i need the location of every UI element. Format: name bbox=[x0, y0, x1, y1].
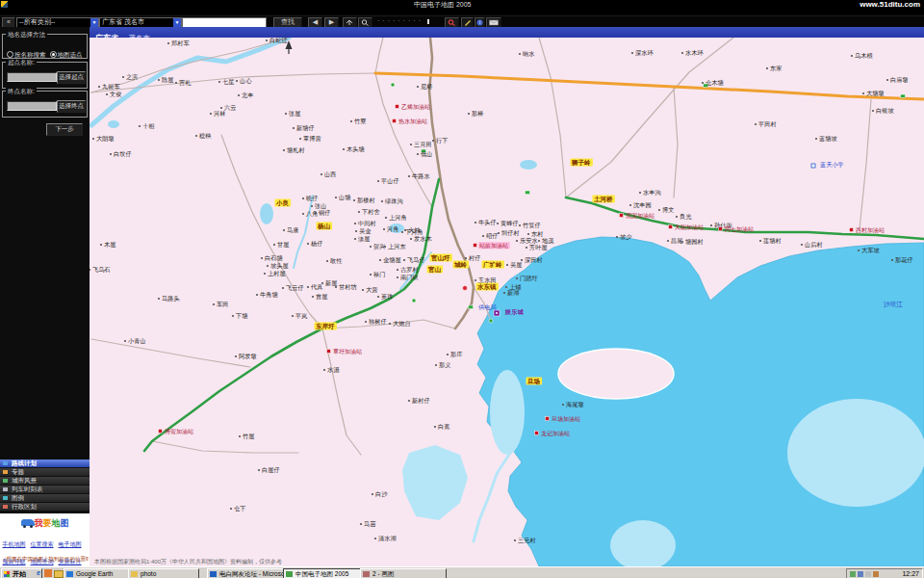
panel-item-列车时刻表[interactable]: 列车时刻表 bbox=[0, 486, 90, 494]
map-canvas[interactable]: 小良杨山官山圩官山城岭广圹岭狮子岭土河桥水东镇东岸圩旦场乙烯加油站热水加油站站前… bbox=[90, 38, 924, 566]
chevron-down-icon[interactable]: ▼ bbox=[173, 18, 181, 27]
svg-text:代真: 代真 bbox=[310, 283, 322, 290]
svg-text:深田村: 深田村 bbox=[525, 256, 543, 264]
route-sidebar: 地名选择方法 按名称搜索地图选点 起点名称: 选择起点 终点名称: 选择终点 下… bbox=[0, 27, 90, 566]
svg-text:黄蜂仔: 黄蜂仔 bbox=[500, 220, 519, 227]
map-label: 沈丰园 bbox=[629, 201, 652, 209]
ie-quicklaunch-icon[interactable]: e bbox=[35, 569, 42, 577]
map-label: 水丰沟 bbox=[639, 189, 661, 197]
svg-text:马苗: 马苗 bbox=[364, 520, 376, 527]
menu-bar: 工具选项输出帮助 bbox=[0, 9, 924, 15]
map-label: 新塘仔 bbox=[293, 124, 315, 132]
map-label: 供电局 bbox=[478, 303, 497, 311]
svg-text:白蕉: 白蕉 bbox=[438, 423, 449, 431]
tray-icon-2[interactable] bbox=[858, 571, 863, 577]
map-label: 金塘屋 bbox=[379, 256, 401, 264]
svg-text:热水加油站: 热水加油站 bbox=[398, 118, 427, 125]
map-label: 海尾墩 bbox=[562, 401, 584, 408]
svg-text:上河东: 上河东 bbox=[388, 243, 406, 250]
taskbar-button-2 - 画图[interactable]: 2 - 画图 bbox=[360, 568, 447, 578]
panel-item-城市风景[interactable]: 城市风景 bbox=[0, 477, 90, 486]
pick-start-button[interactable]: 选择起点 bbox=[57, 71, 86, 84]
radio-circle-icon[interactable] bbox=[50, 51, 57, 58]
svg-text:大炮台: 大炮台 bbox=[393, 320, 411, 328]
svg-text:沈丰园: 沈丰园 bbox=[633, 201, 652, 209]
map-label: 大炮台 bbox=[389, 320, 411, 328]
svg-text:马康: 马康 bbox=[287, 226, 298, 234]
method-groupbox: 地名选择方法 按名称搜索地图选点 bbox=[2, 34, 88, 59]
svg-text:山西: 山西 bbox=[324, 171, 336, 178]
paint-icon bbox=[363, 571, 370, 577]
svg-text:牛路水: 牛路水 bbox=[412, 172, 430, 180]
map-label: 土河桥 bbox=[593, 196, 615, 204]
map-label: 白银坡 bbox=[872, 107, 894, 115]
map-label: 芳叶屋 bbox=[526, 244, 548, 250]
map-label: 坡头屋 bbox=[267, 262, 289, 269]
next-step-button[interactable]: 下一步 bbox=[46, 123, 83, 136]
panel-item-图例[interactable]: 图例 bbox=[0, 494, 90, 503]
tray-icon-3[interactable] bbox=[865, 571, 871, 577]
svg-text:上河角: 上河角 bbox=[389, 214, 407, 222]
lake bbox=[108, 120, 119, 128]
svg-text:蓝天小学: 蓝天小学 bbox=[820, 161, 844, 168]
svg-text:独树仔: 独树仔 bbox=[369, 318, 387, 326]
tray-icon-1[interactable] bbox=[850, 571, 856, 577]
panel-item-路线计划[interactable]: 路线计划 bbox=[0, 460, 90, 468]
panel-icon bbox=[3, 461, 8, 465]
promo-panel: 我要地图 手机地图位置搜索电子地图预装导航地图查询免费标注 （想要在中国地图上找… bbox=[0, 513, 90, 566]
map-label: 马路头 bbox=[158, 295, 180, 302]
svg-text:白坟仔: 白坟仔 bbox=[114, 150, 132, 158]
map-label: 乌木根 bbox=[851, 52, 873, 59]
taskbar-button-中国电子地图 2005[interactable]: 中国电子地图 2005 bbox=[283, 568, 370, 578]
svg-text:村仔: 村仔 bbox=[468, 254, 480, 262]
map-label: 发水木 bbox=[410, 235, 432, 242]
panel-item-行政区划[interactable]: 行政区划 bbox=[0, 503, 90, 512]
map-label: 杨山 bbox=[317, 223, 333, 231]
51ditu-logo[interactable]: 我要地图 bbox=[0, 517, 90, 530]
map-label: 三元村 bbox=[514, 537, 536, 544]
svg-text:晓仔: 晓仔 bbox=[306, 195, 318, 202]
map-label: 东岸圩 bbox=[315, 323, 337, 331]
svg-text:淡屋: 淡屋 bbox=[358, 235, 370, 243]
map-label: 水东镇 bbox=[476, 283, 499, 292]
green-marker-icon bbox=[526, 191, 530, 195]
map-label: 深田村 bbox=[521, 256, 543, 264]
map-label: 城岭 bbox=[453, 261, 470, 270]
folder-quicklaunch-icon[interactable] bbox=[54, 570, 64, 578]
svg-text:平岚: 平岚 bbox=[295, 312, 307, 319]
map-label: 大塘墩 bbox=[862, 90, 885, 97]
taskbar-button-电白网友论坛 - Microso...[interactable]: 电白网友论坛 - Microso... bbox=[207, 568, 294, 578]
mail-quicklaunch-icon[interactable] bbox=[44, 569, 52, 577]
promo-link-电子地图[interactable]: 电子地图 bbox=[56, 539, 84, 549]
ie-icon bbox=[210, 571, 217, 577]
promo-footer-link[interactable]: （想要在中国地图上找到自己的位置吗，进入） bbox=[1, 556, 89, 563]
pick-end-button[interactable]: 选择终点 bbox=[57, 100, 86, 113]
taskbar-button-photo[interactable]: photo bbox=[128, 568, 199, 578]
svg-text:站前加油站: 站前加油站 bbox=[479, 243, 508, 250]
panel-icon bbox=[3, 470, 8, 474]
zoom-slider-knob[interactable] bbox=[427, 19, 429, 24]
map-label: 沙琅江 bbox=[884, 301, 903, 308]
radio-地图选点[interactable]: 地图选点 bbox=[50, 51, 83, 60]
zoom-slider[interactable]: ········· bbox=[377, 17, 439, 26]
promo-link-手机地图[interactable]: 手机地图 bbox=[0, 539, 28, 549]
map-label: 小青山 bbox=[124, 337, 146, 344]
map-label: 蓝天小学 bbox=[820, 161, 844, 168]
svg-text:金塘屋: 金塘屋 bbox=[383, 256, 401, 264]
chevron-down-icon[interactable]: ▼ bbox=[90, 18, 98, 27]
tray-icon-4[interactable] bbox=[873, 571, 879, 577]
svg-text:博文: 博文 bbox=[662, 206, 674, 213]
end-name-input[interactable] bbox=[7, 101, 57, 111]
svg-text:大营: 大营 bbox=[366, 286, 377, 294]
map-label: 那花仔 bbox=[891, 256, 913, 264]
svg-text:飞云仔: 飞云仔 bbox=[286, 284, 304, 292]
radio-circle-icon[interactable] bbox=[7, 51, 13, 58]
svg-text:低山: 低山 bbox=[421, 150, 432, 157]
green-marker-icon bbox=[469, 305, 474, 309]
promo-link-位置搜索[interactable]: 位置搜索 bbox=[28, 539, 56, 549]
map-icon bbox=[286, 571, 293, 577]
svg-text:下塘: 下塘 bbox=[236, 312, 248, 320]
svg-text:山心: 山心 bbox=[240, 77, 252, 84]
panel-item-专题[interactable]: 专题 bbox=[0, 468, 90, 477]
start-name-input[interactable] bbox=[7, 72, 57, 82]
